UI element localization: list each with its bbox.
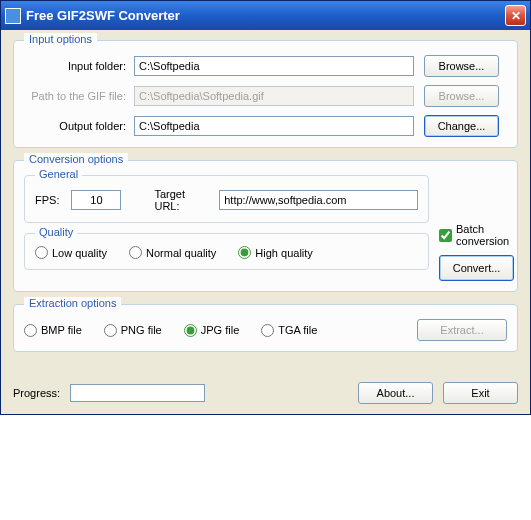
extraction-row: BMP file PNG file JPG file TGA file Extr… [24, 319, 507, 341]
normal-quality-label: Normal quality [146, 247, 216, 259]
low-quality-option[interactable]: Low quality [35, 246, 107, 259]
titlebar[interactable]: Free GIF2SWF Converter ✕ [1, 1, 530, 30]
input-folder-field[interactable] [134, 56, 414, 76]
progress-bar [70, 384, 205, 402]
bmp-option[interactable]: BMP file [24, 324, 82, 337]
png-label: PNG file [121, 324, 162, 336]
normal-quality-option[interactable]: Normal quality [129, 246, 216, 259]
close-button[interactable]: ✕ [505, 5, 526, 26]
input-options-group: Input options Input folder: Browse... Pa… [13, 40, 518, 148]
conversion-row: General FPS: Target URL: Quality [24, 175, 507, 281]
bmp-label: BMP file [41, 324, 82, 336]
exit-button[interactable]: Exit [443, 382, 518, 404]
input-folder-label: Input folder: [24, 60, 134, 72]
extraction-options-legend: Extraction options [24, 297, 121, 309]
quality-legend: Quality [35, 226, 77, 238]
about-button[interactable]: About... [358, 382, 433, 404]
quality-subgroup: Quality Low quality Normal quality [24, 233, 429, 270]
conversion-options-group: Conversion options General FPS: Target U… [13, 160, 518, 292]
low-quality-label: Low quality [52, 247, 107, 259]
app-window: Free GIF2SWF Converter ✕ Input options I… [0, 0, 531, 415]
tga-radio[interactable] [261, 324, 274, 337]
gif-path-label: Path to the GIF file: [24, 90, 134, 102]
window-title: Free GIF2SWF Converter [26, 8, 505, 23]
normal-quality-radio[interactable] [129, 246, 142, 259]
gif-path-row: Path to the GIF file: Browse... [24, 85, 507, 107]
content-area: Input options Input folder: Browse... Pa… [1, 30, 530, 376]
output-folder-label: Output folder: [24, 120, 134, 132]
output-folder-field[interactable] [134, 116, 414, 136]
progress-label: Progress: [13, 387, 60, 399]
general-subgroup: General FPS: Target URL: [24, 175, 429, 223]
batch-label: Batch conversion [456, 223, 514, 247]
batch-conversion-option[interactable]: Batch conversion [439, 223, 514, 247]
high-quality-option[interactable]: High quality [238, 246, 312, 259]
png-option[interactable]: PNG file [104, 324, 162, 337]
convert-button[interactable]: Convert... [439, 255, 514, 281]
general-row: FPS: Target URL: [35, 188, 418, 212]
tga-label: TGA file [278, 324, 317, 336]
png-radio[interactable] [104, 324, 117, 337]
browse-gif-button: Browse... [424, 85, 499, 107]
bmp-radio[interactable] [24, 324, 37, 337]
input-folder-row: Input folder: Browse... [24, 55, 507, 77]
extraction-options-group: Extraction options BMP file PNG file JPG… [13, 304, 518, 352]
conversion-options-legend: Conversion options [24, 153, 128, 165]
extract-button: Extract... [417, 319, 507, 341]
input-options-legend: Input options [24, 33, 97, 45]
url-label: Target URL: [154, 188, 207, 212]
output-folder-row: Output folder: Change... [24, 115, 507, 137]
change-button[interactable]: Change... [424, 115, 499, 137]
fps-label: FPS: [35, 194, 59, 206]
conversion-right: Batch conversion Convert... [439, 175, 514, 281]
general-legend: General [35, 168, 82, 180]
tga-option[interactable]: TGA file [261, 324, 317, 337]
app-icon [5, 8, 21, 24]
close-icon: ✕ [511, 9, 521, 23]
jpg-label: JPG file [201, 324, 240, 336]
quality-radios: Low quality Normal quality High quality [35, 246, 418, 259]
extract-button-wrap: Extract... [417, 319, 507, 341]
fps-field[interactable] [71, 190, 121, 210]
conversion-left: General FPS: Target URL: Quality [24, 175, 429, 280]
jpg-option[interactable]: JPG file [184, 324, 240, 337]
gif-path-field [134, 86, 414, 106]
url-field[interactable] [219, 190, 418, 210]
high-quality-radio[interactable] [238, 246, 251, 259]
footer: Progress: About... Exit [1, 376, 530, 414]
low-quality-radio[interactable] [35, 246, 48, 259]
browse-input-button[interactable]: Browse... [424, 55, 499, 77]
jpg-radio[interactable] [184, 324, 197, 337]
high-quality-label: High quality [255, 247, 312, 259]
batch-checkbox[interactable] [439, 229, 452, 242]
